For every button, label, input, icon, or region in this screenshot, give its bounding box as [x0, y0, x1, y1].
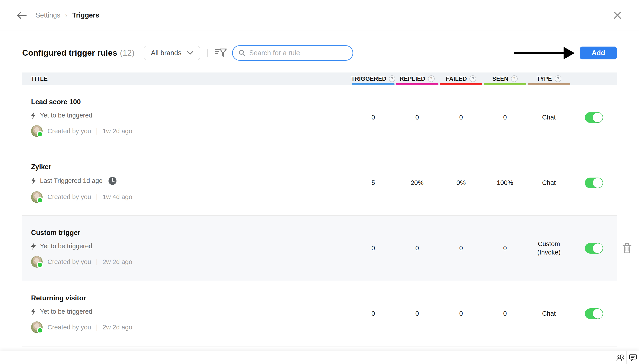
triggered-value: 5 — [351, 179, 395, 187]
help-icon[interactable]: ? — [511, 75, 518, 82]
help-icon[interactable]: ? — [428, 75, 435, 82]
created-time: 1w 4d ago — [103, 193, 132, 200]
help-icon[interactable]: ? — [555, 75, 561, 82]
creator-label: Created by you — [48, 128, 91, 135]
close-icon — [613, 11, 621, 19]
creator-separator: | — [96, 324, 98, 331]
created-time: 1w 2d ago — [103, 128, 132, 135]
seen-value: 0 — [483, 113, 527, 122]
seen-value: 0 — [483, 244, 527, 252]
rule-metrics: 0 0 0 0 Custom (Invoke) — [351, 240, 617, 256]
column-header-label: SEEN — [492, 75, 508, 82]
lightning-bolt-icon — [31, 243, 36, 250]
help-icon[interactable]: ? — [389, 75, 395, 82]
breadcrumb-triggers: Triggers — [72, 11, 99, 19]
table-header: TITLE TRIGGERED ? REPLIED ? FAILED ? SEE… — [22, 72, 617, 85]
rule-info: Zylker Last Triggered 1d ago Created by … — [22, 163, 351, 203]
toggle-cell — [571, 308, 617, 319]
toggle-cell — [571, 243, 617, 254]
creator-avatar[interactable] — [31, 256, 43, 268]
back-button[interactable] — [14, 8, 29, 23]
column-header-triggered: TRIGGERED ? — [351, 72, 395, 85]
close-button[interactable] — [610, 8, 625, 23]
enable-toggle[interactable] — [585, 178, 603, 188]
column-header-failed: FAILED ? — [439, 72, 483, 85]
column-header-label: TRIGGERED — [351, 75, 386, 82]
rule-info: Returning visitor Yet to be triggered Cr… — [22, 294, 351, 333]
rule-status-text: Last Triggered 1d ago — [40, 177, 103, 184]
toggle-knob — [593, 178, 603, 188]
lightning-bolt-icon — [31, 178, 36, 184]
brand-filter-label: All brands — [151, 49, 181, 57]
sort-filter-button[interactable] — [215, 47, 227, 59]
page-title: Configured trigger rules — [22, 48, 117, 58]
bottom-status-bar — [0, 351, 639, 364]
brand-filter-dropdown[interactable]: All brands — [144, 46, 200, 60]
help-icon[interactable]: ? — [469, 75, 476, 82]
trigger-rules-list: Lead score 100 Yet to be triggered Creat… — [22, 85, 617, 346]
feedback-button[interactable] — [626, 351, 639, 364]
filter-list-icon — [215, 48, 227, 58]
column-underline — [352, 83, 395, 85]
creator-avatar[interactable] — [31, 125, 43, 137]
table-row[interactable]: Returning visitor Yet to be triggered Cr… — [22, 281, 617, 346]
toggle-knob — [593, 309, 603, 318]
triggered-value: 0 — [351, 310, 395, 318]
metric-columns: TRIGGERED ? REPLIED ? FAILED ? SEEN ? TY… — [351, 72, 617, 85]
rule-metrics: 0 0 0 0 Chat — [351, 308, 617, 319]
rule-status: Yet to be triggered — [31, 242, 351, 250]
replied-value: 0 — [395, 244, 439, 252]
main-content: Configured trigger rules (12) All brands — [0, 44, 639, 346]
search-icon — [238, 50, 246, 56]
rule-creator: Created by you | 1w 2d ago — [31, 125, 351, 137]
search-box — [232, 45, 353, 61]
rule-title: Custom trigger — [31, 229, 351, 237]
add-button[interactable]: Add — [580, 46, 617, 60]
toggle-knob — [593, 244, 603, 253]
type-value: Chat — [527, 310, 571, 318]
trash-icon — [622, 243, 631, 254]
column-header-label: REPLIED — [400, 75, 425, 82]
failed-value: 0 — [439, 310, 483, 318]
creator-avatar[interactable] — [31, 191, 43, 203]
table-row[interactable]: Zylker Last Triggered 1d ago Created by … — [22, 150, 617, 216]
rule-count: (12) — [120, 48, 134, 58]
lightning-bolt-icon — [31, 112, 36, 119]
delete-button[interactable] — [621, 242, 633, 254]
enable-toggle[interactable] — [585, 243, 603, 254]
breadcrumb-settings[interactable]: Settings — [36, 11, 60, 19]
creator-avatar[interactable] — [31, 322, 43, 333]
rule-creator: Created by you | 1w 4d ago — [31, 191, 351, 203]
column-header-type: TYPE ? — [527, 72, 571, 85]
failed-value: 0% — [439, 179, 483, 187]
search-input[interactable] — [249, 49, 347, 57]
rule-title: Lead score 100 — [31, 98, 351, 106]
type-value: Chat — [527, 179, 571, 187]
agents-button[interactable] — [614, 351, 626, 364]
enable-toggle[interactable] — [585, 112, 603, 123]
rule-metrics: 5 20% 0% 100% Chat — [351, 178, 617, 188]
rule-status-text: Yet to be triggered — [40, 242, 92, 250]
column-underline — [440, 83, 482, 85]
creator-label: Created by you — [48, 258, 91, 266]
column-header-title: TITLE — [22, 75, 48, 82]
table-row[interactable]: Lead score 100 Yet to be triggered Creat… — [22, 85, 617, 150]
creator-separator: | — [96, 193, 98, 200]
table-row[interactable]: Custom trigger Yet to be triggered Creat… — [22, 216, 617, 281]
rule-info: Custom trigger Yet to be triggered Creat… — [22, 229, 351, 268]
replied-value: 20% — [395, 179, 439, 187]
clock-icon[interactable] — [108, 177, 117, 185]
rule-metrics: 0 0 0 0 Chat — [351, 112, 617, 123]
rule-title: Zylker — [31, 163, 351, 171]
column-underline — [484, 83, 526, 85]
enable-toggle[interactable] — [585, 308, 603, 319]
replied-value: 0 — [395, 310, 439, 318]
created-time: 2w 2d ago — [103, 324, 132, 331]
column-header-replied: REPLIED ? — [395, 72, 439, 85]
rule-creator: Created by you | 2w 2d ago — [31, 322, 351, 333]
agents-icon — [616, 354, 624, 361]
toggle-knob — [593, 112, 603, 122]
type-value: Chat — [527, 113, 571, 122]
column-header-seen: SEEN ? — [483, 72, 527, 85]
seen-value: 100% — [483, 179, 527, 187]
